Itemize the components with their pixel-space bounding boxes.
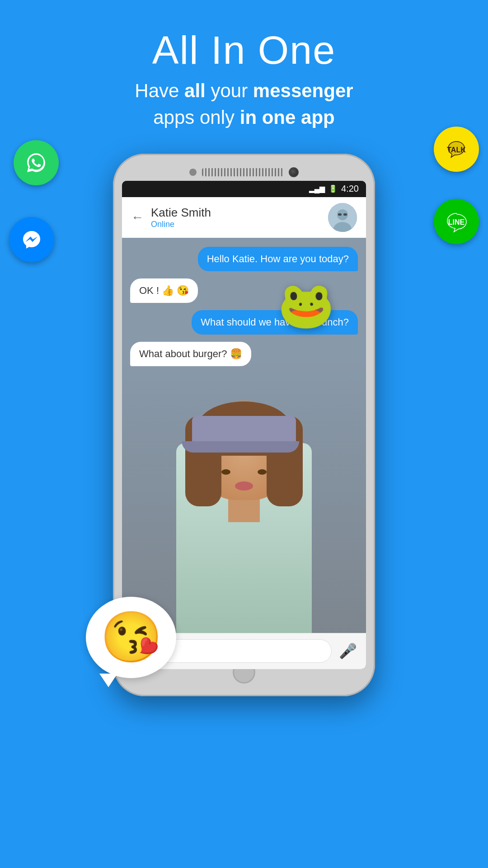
battery-icon: 🔋 xyxy=(328,184,338,193)
svg-point-1 xyxy=(18,226,46,254)
contact-info: Katie Smith Online xyxy=(151,206,321,229)
kakaotalk-svg: TALK xyxy=(442,135,470,163)
back-button[interactable]: ← xyxy=(131,210,144,225)
message-received-1: OK ! 👍 😘 xyxy=(130,278,198,303)
microphone-button[interactable]: 🎤 xyxy=(339,642,357,660)
main-title: All In One xyxy=(135,27,353,73)
svg-point-0 xyxy=(22,149,50,177)
emoji-face: 😘 xyxy=(100,608,162,666)
contact-name: Katie Smith xyxy=(151,206,321,220)
status-bar: ▂▄▆ 🔋 4:20 xyxy=(122,181,366,197)
message-sent-1: Hello Katie. How are you today? xyxy=(198,247,358,271)
svg-rect-9 xyxy=(338,213,342,216)
avatar-image xyxy=(328,203,357,232)
contact-avatar[interactable] xyxy=(328,203,357,232)
messenger-svg xyxy=(18,226,46,254)
chat-body: 🐸 Hello Katie. How are you today? OK ! 👍… xyxy=(122,238,366,633)
whatsapp-svg xyxy=(22,149,50,177)
time-display: 4:20 xyxy=(341,184,359,194)
emoji-speech-bubble: 😘 xyxy=(86,597,185,687)
phone-screen: ▂▄▆ 🔋 4:20 ← Katie Smith Online xyxy=(122,181,366,669)
svg-text:LINE: LINE xyxy=(448,218,465,226)
subtitle: Have all your messengerapps only in one … xyxy=(135,78,353,131)
phone-container: ▂▄▆ 🔋 4:20 ← Katie Smith Online xyxy=(86,154,402,778)
line-svg: LINE xyxy=(442,208,470,236)
signal-icon: ▂▄▆ xyxy=(309,184,325,193)
kakaotalk-icon[interactable]: TALK xyxy=(434,127,479,172)
page-background: All In One Have all your messengerapps o… xyxy=(0,0,488,868)
speaker-dot-left xyxy=(189,169,197,176)
whatsapp-icon[interactable] xyxy=(14,140,59,185)
contact-status: Online xyxy=(151,220,321,229)
line-icon[interactable]: LINE xyxy=(434,199,479,244)
messenger-icon[interactable] xyxy=(9,217,54,262)
svg-rect-10 xyxy=(343,213,347,216)
phone-top-bar xyxy=(122,163,366,181)
header-section: All In One Have all your messengerapps o… xyxy=(135,0,353,145)
emoji-bubble-inner: 😘 xyxy=(86,597,176,678)
message-received-2: What about burger? 🍔 xyxy=(130,342,251,366)
chat-header: ← Katie Smith Online xyxy=(122,197,366,238)
camera-dot xyxy=(289,167,299,177)
speaker-grille xyxy=(202,168,283,176)
